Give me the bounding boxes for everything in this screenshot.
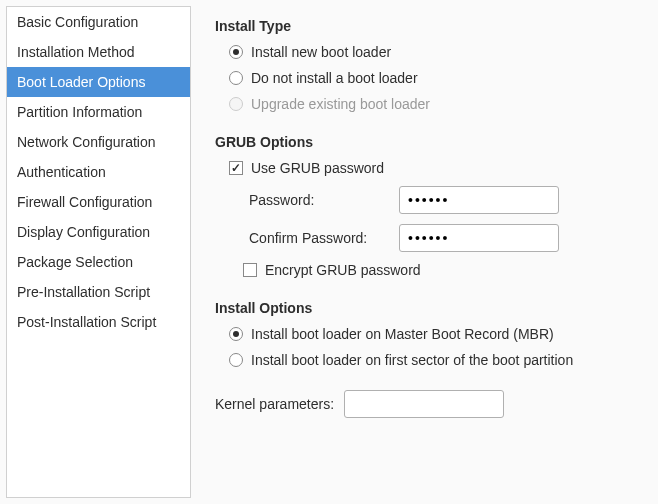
radio-icon xyxy=(229,97,243,111)
use-grub-password-option[interactable]: Use GRUB password xyxy=(215,160,638,176)
kernel-parameters-row: Kernel parameters: xyxy=(215,390,638,418)
install-options-title: Install Options xyxy=(215,300,638,316)
install-type-option-new[interactable]: Install new boot loader xyxy=(215,44,638,60)
sidebar-item-network-configuration[interactable]: Network Configuration xyxy=(7,127,190,157)
checkbox-icon[interactable] xyxy=(243,263,257,277)
kernel-parameters-label: Kernel parameters: xyxy=(215,396,334,412)
grub-options-title: GRUB Options xyxy=(215,134,638,150)
checkbox-label: Encrypt GRUB password xyxy=(265,262,421,278)
encrypt-grub-password-option[interactable]: Encrypt GRUB password xyxy=(215,262,638,278)
install-type-option-upgrade: Upgrade existing boot loader xyxy=(215,96,638,112)
sidebar-item-firewall-configuration[interactable]: Firewall Configuration xyxy=(7,187,190,217)
radio-label: Do not install a boot loader xyxy=(251,70,418,86)
sidebar-item-authentication[interactable]: Authentication xyxy=(7,157,190,187)
install-options-section: Install Options Install boot loader on M… xyxy=(215,300,638,368)
grub-options-section: GRUB Options Use GRUB password Password:… xyxy=(215,134,638,278)
password-row: Password: xyxy=(215,186,638,214)
kernel-parameters-input[interactable] xyxy=(344,390,504,418)
radio-label: Install new boot loader xyxy=(251,44,391,60)
radio-label: Install boot loader on first sector of t… xyxy=(251,352,573,368)
sidebar-item-boot-loader-options[interactable]: Boot Loader Options xyxy=(7,67,190,97)
radio-label: Upgrade existing boot loader xyxy=(251,96,430,112)
confirm-password-input[interactable] xyxy=(399,224,559,252)
install-type-option-none[interactable]: Do not install a boot loader xyxy=(215,70,638,86)
install-type-section: Install Type Install new boot loader Do … xyxy=(215,18,638,112)
sidebar-item-partition-information[interactable]: Partition Information xyxy=(7,97,190,127)
radio-icon[interactable] xyxy=(229,45,243,59)
radio-icon[interactable] xyxy=(229,71,243,85)
install-type-title: Install Type xyxy=(215,18,638,34)
sidebar-item-pre-installation-script[interactable]: Pre-Installation Script xyxy=(7,277,190,307)
radio-icon[interactable] xyxy=(229,353,243,367)
password-label: Password: xyxy=(249,192,399,208)
main-panel: Install Type Install new boot loader Do … xyxy=(191,0,658,504)
sidebar-item-post-installation-script[interactable]: Post-Installation Script xyxy=(7,307,190,337)
install-option-first-sector[interactable]: Install boot loader on first sector of t… xyxy=(215,352,638,368)
sidebar-item-package-selection[interactable]: Package Selection xyxy=(7,247,190,277)
sidebar: Basic Configuration Installation Method … xyxy=(6,6,191,498)
radio-icon[interactable] xyxy=(229,327,243,341)
checkbox-label: Use GRUB password xyxy=(251,160,384,176)
checkbox-icon[interactable] xyxy=(229,161,243,175)
confirm-password-label: Confirm Password: xyxy=(249,230,399,246)
password-input[interactable] xyxy=(399,186,559,214)
sidebar-item-basic-configuration[interactable]: Basic Configuration xyxy=(7,7,190,37)
sidebar-item-installation-method[interactable]: Installation Method xyxy=(7,37,190,67)
radio-label: Install boot loader on Master Boot Recor… xyxy=(251,326,554,342)
install-option-mbr[interactable]: Install boot loader on Master Boot Recor… xyxy=(215,326,638,342)
sidebar-item-display-configuration[interactable]: Display Configuration xyxy=(7,217,190,247)
confirm-password-row: Confirm Password: xyxy=(215,224,638,252)
